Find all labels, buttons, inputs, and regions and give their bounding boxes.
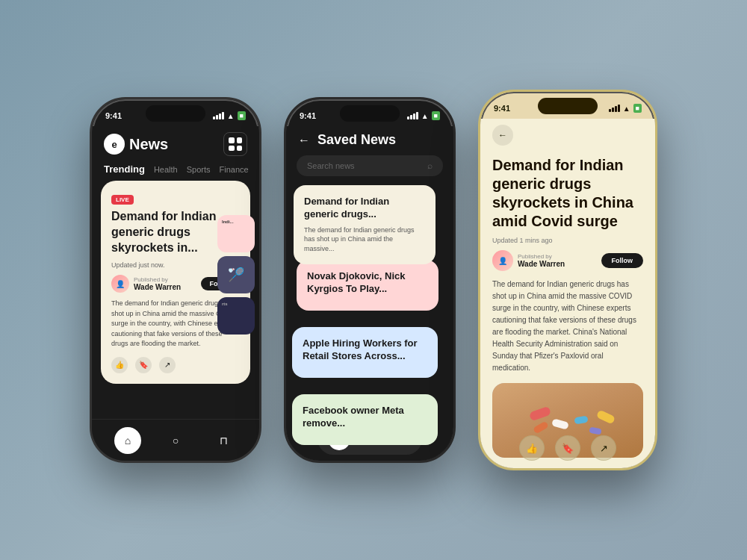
time-2: 9:41 [300,111,316,120]
battery-icon-3: ■ [633,104,642,113]
article-author-left: 👤 Published by Wade Warren [492,250,565,271]
back-button-2[interactable]: ← [298,134,310,147]
saved-card-title-0: Demand for Indian generic drugs... [304,196,425,221]
bookmark-btn-3[interactable]: 🔖 [555,435,580,461]
tab-finance[interactable]: Finance [219,165,248,174]
saved-card-title-1: Novak Djokovic, Nick Kyrgios To Play... [307,270,428,296]
pill-4 [596,409,616,424]
article-updated: Updated 1 mins ago [492,237,643,244]
saved-card-title-2: Apple Hiring Workers for Retail Stores A… [303,337,427,363]
saved-card-0[interactable]: Demand for Indian generic drugs... The d… [294,185,436,264]
article-body: The demand for Indian generic drugs has … [492,279,643,374]
grid-dot [237,146,243,152]
phone1-content: e News Trending Health Sports Finance LI… [92,126,259,461]
wifi-icon-2: ▲ [421,112,429,120]
bookmark-icon-1[interactable]: 🔖 [135,357,152,373]
logo-icon: e [104,134,125,155]
bottom-nav-3: 👍 🔖 ↗ [519,435,616,461]
app-title: News [129,136,168,153]
bottom-nav-1: ⌂ ○ ⊓ [92,419,259,461]
peek-card-1: Indi... [217,215,255,252]
time-3: 9:41 [494,104,510,113]
search-placeholder: Search news [307,161,421,170]
share-btn-3[interactable]: ↗ [591,435,616,461]
pill-2 [551,418,569,429]
published-by: Published by [134,276,181,283]
article-author-name: Wade Warren [518,260,565,268]
article-title: Demand for Indian generic drugs skyrocke… [492,156,643,231]
pill-5 [533,421,549,435]
follow-button-3[interactable]: Follow [601,253,644,268]
notch-2 [340,105,400,122]
nav-tabs: Trending Health Sports Finance [92,161,259,181]
grid-icon[interactable] [223,132,247,156]
search-icon-2[interactable]: ⌕ [427,161,433,171]
share-icon-1[interactable]: ↗ [159,357,176,373]
pill-1 [529,406,551,422]
saved-card-1[interactable]: Novak Djokovic, Nick Kyrgios To Play... [297,260,438,311]
notch-1 [146,105,205,122]
phone3-header: ← [480,119,655,150]
page-title-2: Saved News [317,132,396,148]
notch-3 [538,98,598,114]
bookmark-nav-btn-1[interactable]: ⊓ [210,427,237,454]
saved-card-title-3: Facebook owner Meta remove... [303,405,427,430]
phone3-content: ← Demand for Indian generic drugs skyroc… [480,119,655,468]
article-published-by: Published by [518,253,565,260]
grid-dot [229,146,235,152]
peek-card-2: 🏸 [217,256,255,293]
card-actions: 👍 🔖 ↗ [111,357,240,373]
tab-sports[interactable]: Sports [187,165,211,174]
status-icons-3: ▲ ■ [609,104,642,113]
home-nav-btn-1[interactable]: ⌂ [114,427,141,454]
peek-card-3: rts [217,297,255,335]
status-icons-1: ▲ ■ [213,111,246,120]
article-author-row: 👤 Published by Wade Warren Follow [492,250,643,271]
time-1: 9:41 [105,111,122,120]
back-icon-3: ← [498,130,507,140]
avatar-1: 👤 [111,275,129,293]
phone2-content: ← Saved News Search news ⌕ Demand for In… [286,126,453,461]
peek-cards: Indi... 🏸 rts [217,215,255,335]
article-author-info: Published by Wade Warren [518,253,565,268]
grid-dot [229,137,235,143]
status-icons-2: ▲ ■ [407,111,440,120]
saved-cards-area: Demand for Indian generic drugs... The d… [286,185,453,424]
phone-1: 9:41 ▲ ■ e News Tre [90,97,261,463]
signal-icon-2 [407,112,418,119]
phone1-header: e News [92,126,259,161]
battery-icon-2: ■ [432,111,440,120]
avatar-3: 👤 [492,250,513,271]
search-bar-2[interactable]: Search news ⌕ [297,155,443,176]
pill-6 [589,427,601,435]
tab-trending[interactable]: Trending [104,164,145,175]
logo-area: e News [104,134,168,155]
battery-icon-1: ■ [238,111,246,120]
phone-2: 9:41 ▲ ■ ← Saved News Search news ⌕ Dema… [284,97,456,463]
author-left: 👤 Published by Wade Warren [111,275,181,293]
like-icon-1[interactable]: 👍 [111,357,128,373]
saved-card-3[interactable]: Facebook owner Meta remove... [292,394,438,445]
phone-3: 9:41 ▲ ■ ← Demand for Indian generic dru… [478,90,657,470]
author-name: Wade Warren [134,283,181,291]
signal-icon-1 [213,112,224,119]
article-content: Demand for Indian generic drugs skyrocke… [480,150,655,464]
back-button-3[interactable]: ← [492,125,513,146]
grid-dot [237,137,243,143]
live-badge: LIVE [111,195,134,205]
pill-3 [574,416,588,425]
author-info: Published by Wade Warren [134,276,181,291]
search-nav-btn-1[interactable]: ○ [162,427,189,454]
wifi-icon-3: ▲ [623,105,630,113]
tab-health[interactable]: Health [154,165,178,174]
signal-icon-3 [609,105,620,112]
saved-card-2[interactable]: Apple Hiring Workers for Retail Stores A… [292,327,438,378]
like-btn-3[interactable]: 👍 [519,435,545,461]
phone2-header: ← Saved News [286,126,453,155]
saved-card-desc-0: The demand for Indian generic drugs has … [304,225,425,254]
wifi-icon-1: ▲ [227,112,235,120]
